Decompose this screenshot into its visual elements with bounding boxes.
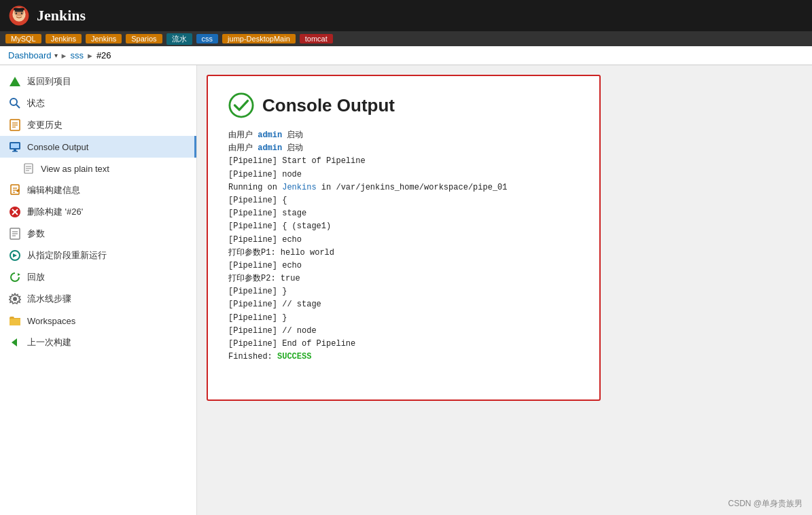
success-check-icon (228, 92, 254, 118)
svg-rect-17 (12, 151, 18, 152)
console-line-4: [Pipeline] node (228, 168, 579, 181)
bookmark-mysql[interactable]: MySQL (5, 34, 41, 43)
replay-icon (8, 270, 22, 284)
monitor-icon (8, 140, 22, 154)
svg-line-9 (16, 105, 20, 108)
svg-marker-38 (12, 338, 17, 347)
bookmark-jump[interactable]: jump-DesktopMain (222, 34, 296, 43)
svg-point-39 (230, 94, 253, 117)
sidebar-item-edit-build-info[interactable]: 编辑构建信息 (0, 179, 196, 201)
app-title: Jenkins (37, 7, 86, 24)
sidebar-item-change-history[interactable]: 变更历史 (0, 114, 196, 136)
svg-marker-35 (18, 273, 20, 276)
plain-text-doc-icon (22, 162, 35, 175)
console-line-12: 打印参数P2: true (228, 272, 579, 285)
prev-build-icon (8, 336, 22, 349)
gear-icon (8, 292, 22, 306)
search-icon (8, 96, 22, 110)
breadcrumb-project[interactable]: sss (71, 50, 84, 60)
svg-point-8 (10, 99, 17, 105)
console-line-17: [Pipeline] End of Pipeline (228, 338, 579, 351)
sidebar-item-workspaces[interactable]: Workspaces (0, 310, 196, 332)
console-panel: Console Output 由用户 admin 启动 由用户 admin 启动… (207, 75, 601, 401)
console-line-16: [Pipeline] // node (228, 325, 579, 338)
main-layout: 返回到项目 状态 变更历史 (0, 65, 812, 515)
breadcrumb-dashboard-dropdown[interactable]: ▾ (54, 52, 58, 59)
bookmark-jenkins1[interactable]: Jenkins (46, 34, 82, 43)
breadcrumb-sep2: ► (86, 52, 94, 60)
console-body: 由用户 admin 启动 由用户 admin 启动 [Pipeline] Sta… (228, 129, 579, 363)
sidebar-item-back-to-project[interactable]: 返回到项目 (0, 71, 196, 92)
bookmark-jenkins2[interactable]: Jenkins (86, 34, 122, 43)
bookmark-css[interactable]: css (196, 34, 219, 43)
svg-rect-16 (14, 149, 16, 151)
console-line-finish: Finished: SUCCESS (228, 351, 579, 363)
arrow-up-icon (8, 75, 22, 88)
delete-icon (8, 205, 22, 219)
sidebar-item-pipeline-steps[interactable]: 流水线步骤 (0, 288, 196, 310)
sidebar-item-rerun-from-stage[interactable]: 从指定阶段重新运行 (0, 245, 196, 266)
console-line-14: [Pipeline] // stage (228, 298, 579, 311)
pencil-icon (8, 183, 22, 197)
console-line-1: 由用户 admin 启动 (228, 129, 579, 142)
bookmark-tomcat[interactable]: tomcat (300, 34, 333, 43)
sidebar-item-delete-build[interactable]: 删除构建 '#26' (0, 201, 196, 223)
console-header: Console Output (228, 92, 579, 118)
console-line-10: 打印参数P1: hello world (228, 247, 579, 260)
breadcrumb-sep1: ► (60, 52, 68, 60)
svg-rect-37 (10, 319, 20, 325)
bookmark-bar: MySQL Jenkins Jenkins Sparios 流水 css jum… (0, 31, 812, 46)
content-area: Console Output 由用户 admin 启动 由用户 admin 启动… (197, 65, 812, 515)
breadcrumb-dashboard[interactable]: Dashboard (8, 50, 52, 60)
sidebar-item-prev-build[interactable]: 上一次构建 (0, 332, 196, 353)
svg-point-36 (13, 297, 17, 301)
top-bar: Jenkins (0, 0, 812, 31)
sidebar-item-console-output[interactable]: Console Output (0, 136, 196, 158)
console-line-9: [Pipeline] echo (228, 234, 579, 247)
console-title: Console Output (262, 95, 395, 116)
sidebar-item-status[interactable]: 状态 (0, 92, 196, 114)
console-line-2: 由用户 admin 启动 (228, 142, 579, 155)
watermark: CSDN @单身贵族男 (728, 498, 802, 510)
bookmark-sparios[interactable]: Sparios (126, 34, 162, 43)
jenkins-logo (8, 5, 30, 26)
jenkins-link[interactable]: Jenkins (282, 183, 316, 192)
svg-rect-15 (11, 143, 19, 148)
console-line-6: [Pipeline] { (228, 194, 579, 207)
console-line-8: [Pipeline] { (stage1) (228, 220, 579, 233)
svg-marker-7 (10, 77, 20, 86)
svg-point-4 (21, 13, 22, 14)
console-line-15: [Pipeline] } (228, 312, 579, 325)
console-line-7: [Pipeline] stage (228, 207, 579, 220)
svg-point-3 (16, 13, 17, 14)
bookmark-liushui[interactable]: 流水 (166, 33, 192, 45)
sidebar-item-params[interactable]: 参数 (0, 223, 196, 245)
params-doc-icon (8, 227, 22, 241)
sidebar-item-rollback[interactable]: 回放 (0, 266, 196, 288)
success-status: SUCCESS (277, 352, 311, 361)
console-line-3: [Pipeline] Start of Pipeline (228, 155, 579, 168)
sidebar-item-view-plain-text[interactable]: View as plain text (0, 158, 196, 179)
breadcrumb: Dashboard ▾ ► sss ► #26 (0, 46, 812, 65)
console-line-5: Running on Jenkins in /var/jenkins_home/… (228, 181, 579, 194)
console-line-13: [Pipeline] } (228, 285, 579, 298)
breadcrumb-build: #26 (96, 50, 111, 60)
svg-rect-6 (14, 8, 24, 10)
rerun-icon (8, 249, 22, 262)
document-lines-icon (8, 118, 22, 132)
sidebar: 返回到项目 状态 变更历史 (0, 65, 197, 515)
console-line-11: [Pipeline] echo (228, 260, 579, 272)
folder-icon (8, 314, 22, 327)
